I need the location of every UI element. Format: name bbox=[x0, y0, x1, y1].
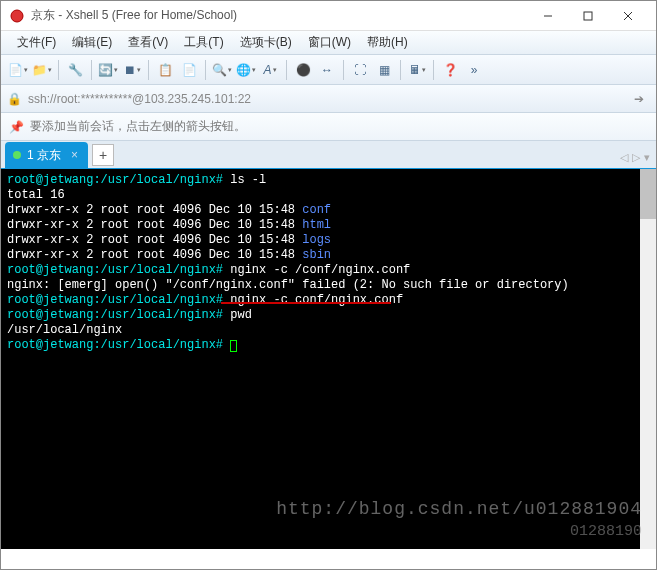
terminal-line: nginx: [emerg] open() "/conf/nginx.conf"… bbox=[7, 278, 650, 293]
terminal-line: root@jetwang:/usr/local/nginx# pwd bbox=[7, 308, 650, 323]
tab-bar: 1 京东 × + ◁ ▷ ▾ bbox=[1, 141, 656, 169]
tab-close-button[interactable]: × bbox=[71, 148, 78, 162]
window-title: 京东 - Xshell 5 (Free for Home/School) bbox=[31, 7, 528, 24]
terminal[interactable]: http://blog.csdn.net/u012881904 01288190… bbox=[1, 169, 656, 549]
status-dot-icon bbox=[13, 151, 21, 159]
find-button[interactable]: 🔍▾ bbox=[211, 59, 233, 81]
separator bbox=[148, 60, 149, 80]
add-session-icon[interactable]: 📌 bbox=[9, 120, 24, 134]
menu-file[interactable]: 文件(F) bbox=[9, 32, 64, 53]
disconnect-button[interactable]: ⏹▾ bbox=[121, 59, 143, 81]
tab-prev-button[interactable]: ◁ bbox=[620, 151, 628, 164]
tab-list-button[interactable]: ▾ bbox=[644, 151, 650, 164]
calc-button[interactable]: 🖩▾ bbox=[406, 59, 428, 81]
minimize-button[interactable] bbox=[528, 2, 568, 30]
transfer-button[interactable]: ↔ bbox=[316, 59, 338, 81]
separator bbox=[58, 60, 59, 80]
reconnect-button[interactable]: 🔄▾ bbox=[97, 59, 119, 81]
terminal-line: root@jetwang:/usr/local/nginx# nginx -c … bbox=[7, 263, 650, 278]
info-bar: 📌 要添加当前会话，点击左侧的箭头按钮。 bbox=[1, 113, 656, 141]
terminal-line: drwxr-xr-x 2 root root 4096 Dec 10 15:48… bbox=[7, 218, 650, 233]
terminal-line: /usr/local/nginx bbox=[7, 323, 650, 338]
terminal-line: root@jetwang:/usr/local/nginx# ls -l bbox=[7, 173, 650, 188]
separator bbox=[286, 60, 287, 80]
menubar: 文件(F) 编辑(E) 查看(V) 工具(T) 选项卡(B) 窗口(W) 帮助(… bbox=[1, 31, 656, 55]
tab-label: 1 京东 bbox=[27, 147, 61, 164]
terminal-line: root@jetwang:/usr/local/nginx# nginx -c … bbox=[7, 293, 650, 308]
separator bbox=[91, 60, 92, 80]
add-tab-button[interactable]: + bbox=[92, 144, 114, 166]
titlebar: 京东 - Xshell 5 (Free for Home/School) bbox=[1, 1, 656, 31]
help-button[interactable]: ❓ bbox=[439, 59, 461, 81]
menu-window[interactable]: 窗口(W) bbox=[300, 32, 359, 53]
scrollbar-thumb[interactable] bbox=[640, 169, 656, 219]
separator bbox=[205, 60, 206, 80]
menu-tab[interactable]: 选项卡(B) bbox=[232, 32, 300, 53]
session-tab[interactable]: 1 京东 × bbox=[5, 142, 88, 168]
lock-icon: 🔒 bbox=[7, 92, 22, 106]
paste-button[interactable]: 📄 bbox=[178, 59, 200, 81]
font-button[interactable]: A▾ bbox=[259, 59, 281, 81]
overflow-button[interactable]: » bbox=[463, 59, 485, 81]
scrollbar-track[interactable] bbox=[640, 169, 656, 549]
info-text: 要添加当前会话，点击左侧的箭头按钮。 bbox=[30, 118, 246, 135]
menu-tools[interactable]: 工具(T) bbox=[176, 32, 231, 53]
cursor bbox=[230, 340, 237, 352]
terminal-line: drwxr-xr-x 2 root root 4096 Dec 10 15:48… bbox=[7, 233, 650, 248]
new-session-button[interactable]: 📄▾ bbox=[7, 59, 29, 81]
terminal-line: root@jetwang:/usr/local/nginx# bbox=[7, 338, 650, 353]
menu-help[interactable]: 帮助(H) bbox=[359, 32, 416, 53]
tab-nav: ◁ ▷ ▾ bbox=[620, 151, 650, 164]
separator bbox=[400, 60, 401, 80]
tab-next-button[interactable]: ▷ bbox=[632, 151, 640, 164]
svg-point-0 bbox=[11, 10, 23, 22]
menu-view[interactable]: 查看(V) bbox=[120, 32, 176, 53]
menu-edit[interactable]: 编辑(E) bbox=[64, 32, 120, 53]
color-button[interactable]: ⚫ bbox=[292, 59, 314, 81]
open-session-button[interactable]: 📁▾ bbox=[31, 59, 53, 81]
properties-button[interactable]: 🔧 bbox=[64, 59, 86, 81]
svg-rect-2 bbox=[584, 12, 592, 20]
terminal-line: total 16 bbox=[7, 188, 650, 203]
copy-button[interactable]: 📋 bbox=[154, 59, 176, 81]
terminal-line: drwxr-xr-x 2 root root 4096 Dec 10 15:48… bbox=[7, 203, 650, 218]
go-icon[interactable]: ➔ bbox=[628, 92, 650, 106]
address-input[interactable]: ssh://root:***********@103.235.245.101:2… bbox=[28, 92, 628, 106]
watermark-text: http://blog.csdn.net/u012881904 bbox=[276, 502, 642, 517]
tile-button[interactable]: ▦ bbox=[373, 59, 395, 81]
app-icon bbox=[9, 8, 25, 24]
annotation-underline bbox=[221, 302, 391, 304]
terminal-line: drwxr-xr-x 2 root root 4096 Dec 10 15:48… bbox=[7, 248, 650, 263]
address-button[interactable]: 🌐▾ bbox=[235, 59, 257, 81]
separator bbox=[343, 60, 344, 80]
watermark-text-2: 01288190 bbox=[570, 524, 642, 539]
toolbar: 📄▾ 📁▾ 🔧 🔄▾ ⏹▾ 📋 📄 🔍▾ 🌐▾ A▾ ⚫ ↔ ⛶ ▦ 🖩▾ ❓ … bbox=[1, 55, 656, 85]
address-bar: 🔒 ssh://root:***********@103.235.245.101… bbox=[1, 85, 656, 113]
maximize-button[interactable] bbox=[568, 2, 608, 30]
fullscreen-button[interactable]: ⛶ bbox=[349, 59, 371, 81]
close-button[interactable] bbox=[608, 2, 648, 30]
separator bbox=[433, 60, 434, 80]
